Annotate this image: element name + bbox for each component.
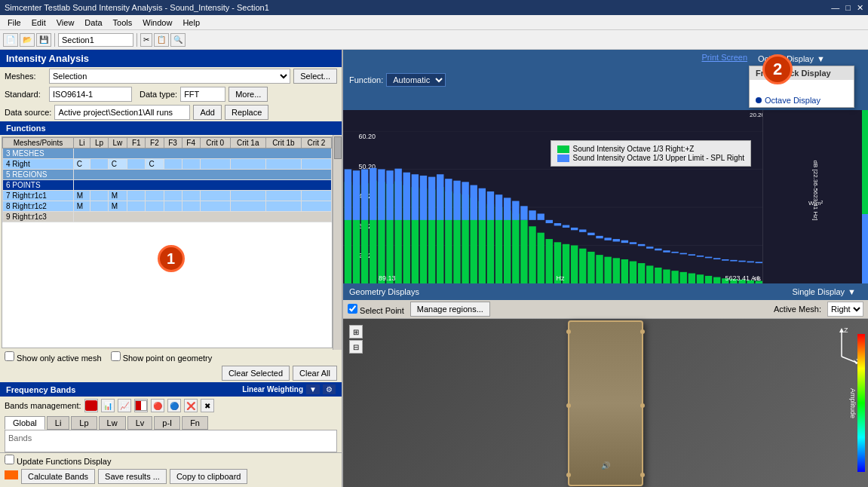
freq-tab-li[interactable]: Li [47, 416, 70, 430]
table-row[interactable]: 7 Right:r1c1 M M [3, 191, 332, 201]
section-input[interactable] [58, 33, 133, 47]
freq-tab-lw[interactable]: Lw [99, 416, 126, 430]
menu-help[interactable]: Help [178, 17, 204, 28]
svg-rect-68 [453, 181, 460, 220]
table-row[interactable]: 8 Right:r1c2 M M [3, 201, 332, 212]
tb-btn1[interactable]: ✂ [140, 33, 152, 47]
freq-settings-btn[interactable]: ⚙ [323, 384, 336, 394]
freq-tab-lv[interactable]: Lv [127, 416, 153, 430]
show-active-mesh-cb[interactable] [5, 351, 14, 361]
save-results-btn[interactable]: Save results ... [98, 469, 167, 484]
table-row[interactable]: 9 Right:r1c3 [3, 212, 332, 222]
replace-btn[interactable]: Replace [225, 105, 268, 120]
svg-rect-98 [705, 257, 712, 259]
svg-rect-87 [613, 239, 620, 241]
print-screen-btn[interactable]: Print Screen [701, 53, 747, 62]
meshes-select-btn[interactable]: Select... [293, 69, 337, 84]
manage-regions-btn[interactable]: Manage regions... [410, 302, 490, 317]
freq-icon-btn-6[interactable]: 🔵 [167, 399, 181, 412]
freq-tab-fn[interactable]: Fn [182, 416, 208, 430]
row-cell [200, 159, 230, 170]
active-mesh-label: Active Mesh: [774, 305, 821, 314]
svg-rect-63 [412, 174, 419, 220]
freq-icon-btn-1[interactable] [84, 399, 98, 412]
weighting-dropdown[interactable]: ▼ [306, 384, 320, 394]
svg-text:Z: Z [844, 326, 848, 334]
menu-tools[interactable]: Tools [109, 17, 137, 28]
add-btn[interactable]: Add [193, 105, 222, 120]
update-functions-label[interactable]: Update Functions Display [5, 455, 111, 466]
copy-clipboard-btn[interactable]: Copy to clipboard [170, 469, 248, 484]
row-cell [127, 191, 146, 201]
titlebar: Simcenter Testlab Sound Intensity Analys… [0, 0, 868, 15]
show-point-label[interactable]: Show point on geometry [111, 351, 213, 363]
menu-edit[interactable]: Edit [27, 17, 51, 28]
standard-input[interactable] [49, 87, 132, 102]
svg-rect-25 [512, 213, 519, 283]
meshes-select[interactable]: Selection [49, 69, 290, 84]
table-row[interactable]: 5 REGIONS [3, 170, 332, 180]
open-btn[interactable]: 📂 [20, 33, 35, 47]
freq-icon-btn-8[interactable]: ✖ [201, 399, 214, 412]
row-cell: C [108, 159, 127, 170]
active-mesh-select[interactable]: Right [827, 302, 863, 317]
freq-icon-btn-3[interactable]: 📈 [118, 399, 131, 412]
svg-rect-96 [689, 254, 695, 256]
function-label: Function: [349, 75, 383, 84]
update-functions-cb[interactable] [5, 455, 14, 464]
main-content: Intensity Analysis Meshes: Selection Sel… [0, 50, 868, 487]
close-btn[interactable]: ✕ [857, 3, 863, 13]
select-point-label[interactable]: Select Point [348, 304, 404, 315]
freq-icon-btn-2[interactable]: 📊 [101, 399, 115, 412]
col-header-f1: F1 [127, 138, 146, 149]
geo-title: Geometry Displays [349, 287, 419, 296]
dropdown-item-octave[interactable]: Octave Display [750, 93, 854, 107]
menu-data[interactable]: Data [80, 17, 106, 28]
single-display-btn[interactable]: Single Display ▼ [786, 286, 862, 298]
tb-btn2[interactable]: 📋 [154, 33, 169, 47]
show-active-mesh-label[interactable]: Show only active mesh [5, 351, 102, 363]
menu-window[interactable]: Window [138, 17, 176, 28]
scrollbar-thumb[interactable] [334, 136, 342, 159]
window-controls[interactable]: — □ ✕ [831, 3, 863, 13]
row-cell [200, 201, 230, 212]
freq-tab-lp[interactable]: Lp [71, 416, 97, 430]
tb-btn3[interactable]: 🔍 [170, 33, 186, 47]
data-type-input[interactable] [180, 87, 225, 102]
freq-tab-pi[interactable]: p-I [154, 416, 180, 430]
clear-all-btn[interactable]: Clear All [293, 366, 337, 381]
row-cell: M [73, 201, 90, 212]
freq-icon-btn-7[interactable]: ❌ [184, 399, 198, 412]
col-header-crit1a: Crit 1a [230, 138, 265, 149]
svg-rect-99 [713, 258, 720, 259]
menu-file[interactable]: File [3, 17, 26, 28]
function-select[interactable]: Automatic [386, 73, 446, 87]
zoom-out-btn[interactable]: ⊟ [349, 340, 363, 354]
clear-selected-btn[interactable]: Clear Selected [222, 366, 290, 381]
minimize-btn[interactable]: — [831, 3, 839, 13]
functions-scrollbar[interactable] [333, 135, 342, 350]
freq-icon-btn-4[interactable] [134, 399, 148, 412]
y-right-rotated: dB [22.36-5623.41 Hz] [812, 160, 819, 220]
select-point-cb[interactable] [348, 304, 357, 314]
svg-rect-78 [537, 213, 544, 219]
maximize-btn[interactable]: □ [845, 3, 851, 13]
table-row[interactable]: 6 POINTS [3, 180, 332, 191]
more-btn[interactable]: More... [229, 87, 268, 102]
calc-bands-btn[interactable]: Calculate Bands [21, 469, 95, 484]
save-btn[interactable]: 💾 [36, 33, 51, 47]
geo-header: Geometry Displays Single Display ▼ [343, 283, 868, 300]
zoom-in-btn[interactable]: ⊞ [349, 325, 363, 338]
dropdown-item-frontback[interactable]: Front/Back Display [750, 80, 854, 93]
table-row[interactable]: 4 Right C C C [3, 159, 332, 170]
freq-tab-global[interactable]: Global [5, 416, 45, 430]
freq-tabs: Global Li Lp Lw Lv p-I Fn [0, 415, 342, 430]
frontback-label: Front/Back Display [756, 82, 825, 91]
table-row[interactable]: 3 MESHES [3, 149, 332, 159]
data-source-input[interactable] [54, 105, 190, 120]
svg-rect-64 [420, 176, 427, 220]
freq-icon-btn-5[interactable]: 🔴 [151, 399, 164, 412]
show-point-cb[interactable] [111, 351, 121, 361]
new-btn[interactable]: 📄 [3, 33, 18, 47]
menu-view[interactable]: View [52, 17, 79, 28]
